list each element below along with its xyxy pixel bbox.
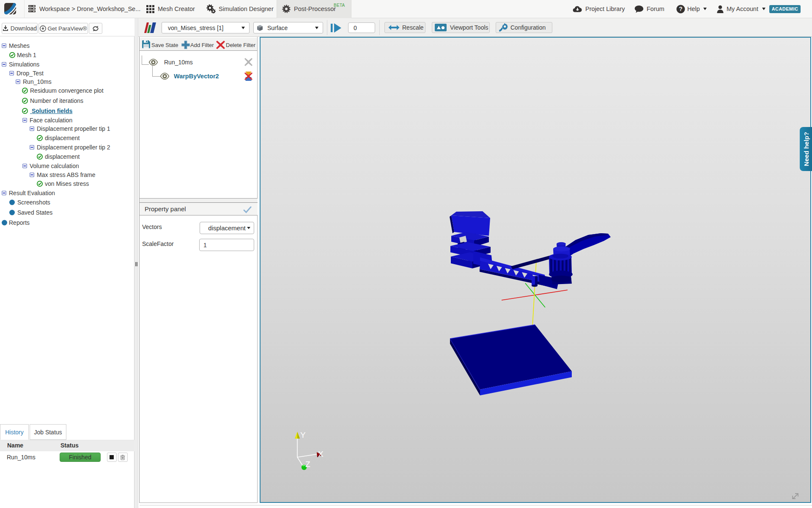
svg-text:X: X bbox=[318, 450, 324, 458]
svg-text:?: ? bbox=[679, 6, 683, 12]
svg-text:Y: Y bbox=[300, 431, 306, 439]
svg-text:Z: Z bbox=[305, 460, 310, 469]
